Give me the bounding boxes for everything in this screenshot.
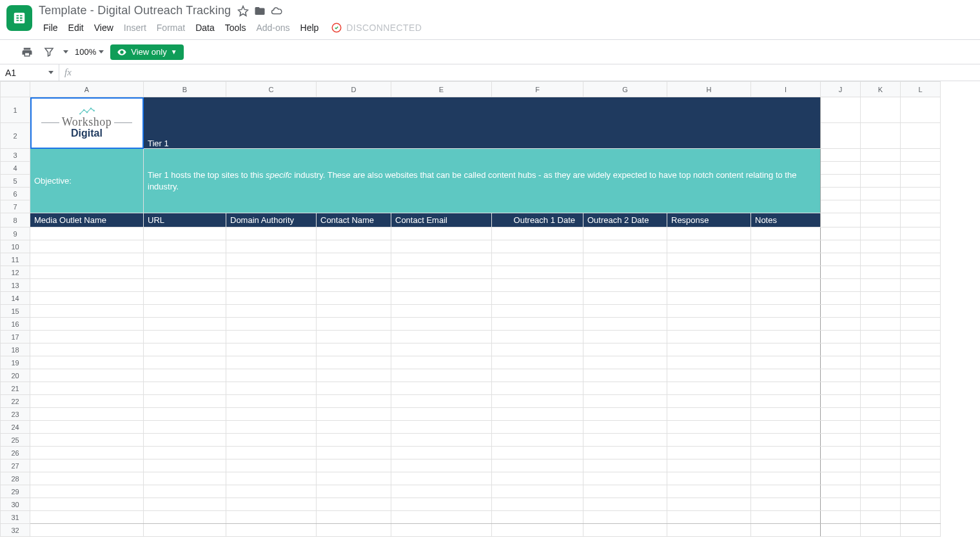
cell[interactable] [901,343,941,356]
cell[interactable] [667,305,751,318]
cell[interactable] [821,253,861,266]
row-header[interactable]: 8 [1,213,30,227]
cell[interactable] [667,253,751,266]
cell[interactable] [30,253,144,266]
row-header[interactable]: 2 [1,123,30,149]
menu-help[interactable]: Help [296,20,324,35]
cell[interactable] [144,331,226,343]
cell[interactable] [492,485,583,498]
cloud-icon[interactable] [271,5,282,17]
cell[interactable] [583,305,667,318]
objective-text[interactable]: Tier 1 hosts the top sites to this speci… [144,149,821,213]
cell[interactable] [391,292,492,305]
cell[interactable] [226,343,317,356]
cell[interactable] [821,227,861,240]
row-header[interactable]: 19 [1,356,30,369]
cell[interactable] [391,266,492,279]
cell[interactable] [144,240,226,253]
cell[interactable] [901,485,941,498]
cell[interactable] [901,498,941,511]
cell[interactable] [861,227,901,240]
cell[interactable] [751,434,821,447]
cell[interactable] [861,434,901,447]
cell[interactable] [751,524,821,537]
cell[interactable] [30,331,144,343]
cell[interactable] [901,97,941,123]
cell[interactable] [492,356,583,369]
cell[interactable] [821,485,861,498]
cell[interactable] [861,408,901,421]
cell[interactable] [317,343,391,356]
cell[interactable] [861,200,901,213]
cell[interactable] [144,498,226,511]
cell[interactable] [30,395,144,408]
cell[interactable] [901,382,941,395]
cell[interactable] [751,266,821,279]
cell[interactable] [751,395,821,408]
cell[interactable] [821,266,861,279]
cell[interactable] [226,253,317,266]
cell[interactable] [821,318,861,331]
cell[interactable] [901,253,941,266]
cell[interactable] [821,188,861,200]
row-header[interactable]: 10 [1,240,30,253]
zoom-selector[interactable]: 100% [75,47,104,57]
cell[interactable] [751,240,821,253]
cell[interactable] [317,318,391,331]
cell[interactable] [30,240,144,253]
cell[interactable] [226,485,317,498]
cell[interactable] [821,331,861,343]
cell[interactable] [667,498,751,511]
row-header[interactable]: 23 [1,408,30,421]
cell[interactable] [144,524,226,537]
cell[interactable] [821,524,861,537]
cell[interactable] [901,369,941,382]
cell[interactable] [226,240,317,253]
cell[interactable] [317,447,391,459]
cell[interactable] [492,408,583,421]
cell[interactable] [861,395,901,408]
cell[interactable] [391,447,492,459]
cell[interactable] [391,459,492,472]
cell[interactable] [821,369,861,382]
cell[interactable] [751,253,821,266]
hdr-domain-authority[interactable]: Domain Authority [226,213,317,227]
cell[interactable] [144,434,226,447]
cell[interactable] [861,356,901,369]
cell[interactable] [317,369,391,382]
cell[interactable] [583,395,667,408]
cell[interactable] [821,511,861,524]
cell[interactable] [583,356,667,369]
formula-input[interactable] [77,64,980,81]
cell[interactable] [821,447,861,459]
row-header[interactable]: 32 [1,524,30,537]
name-box[interactable]: A1 [0,64,59,81]
cell[interactable] [144,485,226,498]
cell[interactable] [861,459,901,472]
cell[interactable] [391,279,492,292]
row-header[interactable]: 22 [1,395,30,408]
cell[interactable] [667,331,751,343]
cell[interactable] [391,524,492,537]
cell[interactable] [30,434,144,447]
cell[interactable] [583,253,667,266]
row-header[interactable]: 7 [1,200,30,213]
cell[interactable] [391,305,492,318]
cell[interactable] [667,227,751,240]
cell[interactable] [667,511,751,524]
cell[interactable] [317,408,391,421]
cell[interactable] [391,253,492,266]
cell[interactable] [492,253,583,266]
cell[interactable] [583,421,667,434]
cell[interactable] [492,266,583,279]
cell[interactable] [901,524,941,537]
row-header[interactable]: 1 [1,97,30,123]
cell[interactable] [492,343,583,356]
cell[interactable] [667,485,751,498]
cell[interactable] [226,498,317,511]
cell[interactable] [144,459,226,472]
cell[interactable] [901,200,941,213]
col-header[interactable]: G [583,82,667,97]
cell[interactable] [667,395,751,408]
cell[interactable] [492,447,583,459]
